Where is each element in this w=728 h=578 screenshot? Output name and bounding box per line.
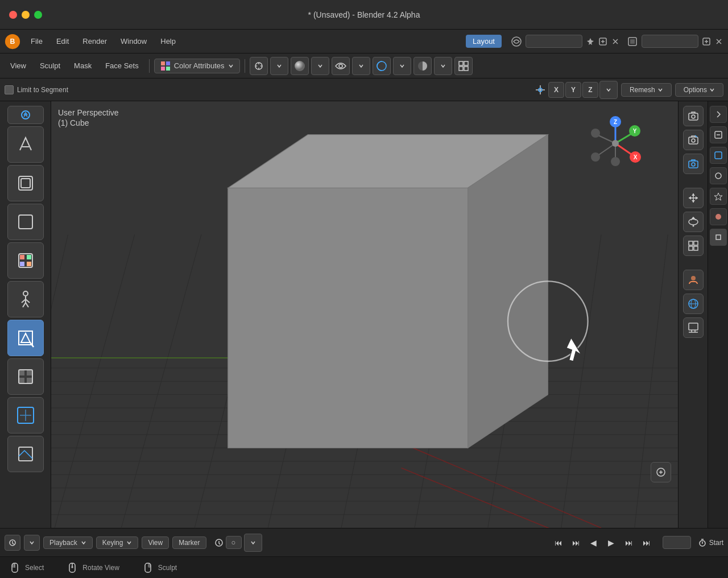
menu-render[interactable]: Render [77, 35, 113, 48]
mouse-left-icon [9, 562, 20, 573]
jump-start-btn[interactable]: ⏮ [551, 535, 566, 551]
close-scene-icon[interactable] [611, 37, 620, 46]
output-props-btn[interactable] [710, 147, 727, 164]
new-scene-icon[interactable] [598, 37, 607, 46]
tool-color[interactable] [7, 242, 44, 279]
chevron-down-btn[interactable] [270, 57, 288, 75]
render-props-btn[interactable] [710, 126, 727, 143]
axis-y-btn[interactable]: Y [565, 82, 581, 98]
blender-logo-icon[interactable]: B [5, 34, 20, 49]
collapse-toggle[interactable] [710, 106, 727, 123]
eye-chevron-btn[interactable] [352, 57, 370, 75]
window-controls[interactable] [9, 11, 42, 19]
sculpt-menu-facesets[interactable]: Face Sets [100, 59, 144, 72]
view-menu[interactable]: View [142, 536, 169, 549]
paint-material-btn[interactable] [683, 270, 704, 290]
visibility-btn[interactable] [332, 57, 350, 75]
divider-1 [149, 59, 150, 73]
timeline-dropdown-btn[interactable] [24, 535, 40, 551]
maximize-button[interactable] [34, 11, 42, 19]
render-btn-2[interactable] [683, 130, 704, 150]
sphere-chevron-btn[interactable] [311, 57, 329, 75]
color-attributes-button[interactable]: Color Attributes [154, 59, 240, 73]
svg-marker-75 [228, 188, 468, 448]
step-back-btn[interactable]: ◀ [586, 535, 602, 551]
svg-rect-31 [27, 255, 31, 259]
frame-number-input[interactable]: 1 [663, 536, 691, 549]
editor-type-btn[interactable] [454, 57, 473, 75]
transform-bar: Limit to Segment X Y Z Remesh Options [0, 79, 728, 101]
viewport[interactable]: User Perspective (1) Cube Z X Y [51, 101, 678, 528]
marker-menu[interactable]: Marker [172, 536, 206, 549]
prev-keyframe-btn[interactable]: ⏭ [568, 535, 584, 551]
close-button[interactable] [9, 11, 17, 19]
tab-layout[interactable]: Layout [466, 35, 502, 48]
view-layer-input[interactable]: ViewLayer [642, 35, 698, 48]
svg-point-17 [339, 64, 342, 68]
title-bar: * (Unsaved) - Blender 4.2 Alpha [0, 0, 728, 30]
timeline-type-btn[interactable] [5, 535, 20, 551]
tool-draw[interactable] [7, 126, 44, 163]
color-attr-icon [160, 61, 171, 71]
object-props-btn[interactable] [710, 229, 727, 246]
timecode-dropdown-btn[interactable] [244, 534, 262, 552]
playback-menu[interactable]: Playback [43, 536, 93, 549]
brush-size-btn[interactable] [250, 57, 268, 75]
svg-point-94 [611, 157, 620, 166]
sculpt-menu-view[interactable]: View [5, 59, 32, 72]
minimize-button[interactable] [22, 11, 30, 19]
render-output-btn[interactable] [683, 317, 704, 338]
grid-view-btn[interactable] [683, 236, 704, 256]
tool-smooth[interactable] [7, 165, 44, 201]
menu-edit[interactable]: Edit [51, 35, 75, 48]
world-btn[interactable] [683, 294, 704, 314]
marker-label: Marker [179, 539, 200, 547]
move-tool-btn[interactable] [683, 188, 704, 208]
axis-x-btn[interactable]: X [548, 82, 564, 98]
left-toolbar [0, 101, 51, 528]
sculpt-menu-mask[interactable]: Mask [68, 59, 97, 72]
current-frame-display[interactable] [226, 536, 242, 549]
jump-end-btn[interactable]: ⏭ [639, 535, 655, 551]
render-camera-btn[interactable] [683, 106, 704, 126]
shading-chevron-btn[interactable] [434, 57, 452, 75]
scene-props-btn[interactable] [710, 188, 727, 205]
tool-trim[interactable] [7, 436, 44, 472]
axis-z-btn[interactable]: Z [582, 82, 598, 98]
step-forward-btn[interactable]: ⏭ [621, 535, 637, 551]
new-view-layer-icon[interactable] [702, 37, 711, 46]
overlays-btn[interactable] [373, 57, 391, 75]
menu-window[interactable]: Window [115, 35, 152, 48]
sphere-shade-btn[interactable] [291, 57, 309, 75]
tool-mask[interactable] [7, 358, 44, 395]
tool-active[interactable] [7, 320, 44, 356]
tool-scroll-up[interactable] [7, 106, 44, 124]
svg-rect-9 [161, 67, 165, 71]
axis-expand-btn[interactable] [599, 81, 618, 99]
options-button[interactable]: Options [675, 83, 723, 97]
close-view-layer-icon[interactable] [714, 37, 723, 46]
sculpt-menu-sculpt[interactable]: Sculpt [34, 59, 66, 72]
world-props-btn[interactable] [710, 208, 727, 225]
tool-pose[interactable] [7, 281, 44, 317]
viewport-shading-btn[interactable] [413, 57, 432, 75]
view-layer-props-btn[interactable] [710, 167, 727, 184]
keying-menu[interactable]: Keying [96, 536, 139, 549]
play-btn[interactable]: ▶ [603, 535, 619, 551]
menu-help[interactable]: Help [155, 35, 181, 48]
menu-file[interactable]: File [25, 35, 48, 48]
overlays-chevron-btn[interactable] [393, 57, 411, 75]
gizmo[interactable]: Z X Y [587, 115, 644, 172]
remesh-button[interactable]: Remesh [621, 83, 672, 97]
svg-rect-116 [689, 323, 698, 330]
svg-rect-109 [694, 241, 698, 245]
limit-to-segment-checkbox[interactable] [5, 85, 14, 94]
tool-face-set[interactable] [7, 397, 44, 434]
camera-dolly-btn[interactable] [683, 212, 704, 232]
tool-flatten[interactable] [7, 204, 44, 240]
render-btn-3[interactable] [683, 154, 704, 174]
scene-input[interactable]: Scene [526, 35, 582, 48]
pin-icon[interactable] [586, 37, 595, 46]
zoom-button[interactable] [651, 462, 671, 482]
svg-point-100 [692, 115, 695, 118]
